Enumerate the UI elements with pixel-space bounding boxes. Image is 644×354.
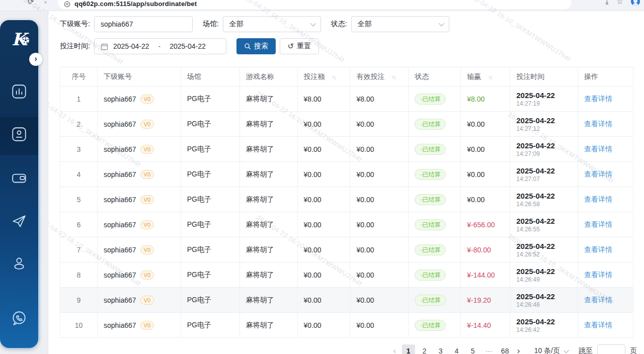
view-detail-link[interactable]: 查看详情 [584, 120, 612, 129]
sidebar-expand-button[interactable]: › [29, 53, 42, 66]
address-bar[interactable]: qq602p.com:5115/app/subordinate/bet [58, 0, 571, 9]
cell-valid-bet: ¥0.00 [350, 187, 409, 212]
vip-level-badge: V0 [140, 195, 154, 204]
bookmark-star-icon[interactable]: ☆ [616, 0, 623, 6]
win-loss-value: ¥0.00 [467, 196, 485, 204]
status-badge: ·已结算 [415, 169, 446, 180]
cell-status: ·已结算 [409, 212, 461, 237]
view-detail-link[interactable]: 查看详情 [584, 170, 612, 179]
reload-icon[interactable]: ⟳ [28, 0, 34, 6]
cell-bet-time: 2025-04-22 14:26:58 [510, 187, 578, 212]
account-name: sophia667 [104, 170, 136, 179]
page-ellipsis[interactable]: ⋯ [482, 344, 496, 354]
cell-status: ·已结算 [409, 313, 461, 337]
reset-button-label: 重置 [297, 42, 311, 51]
view-detail-link[interactable]: 查看详情 [584, 145, 612, 154]
page-number[interactable]: 3 [434, 344, 447, 354]
cell-valid-bet: ¥0.00 [350, 212, 409, 237]
win-loss-value: ¥8.00 [467, 95, 485, 103]
column-header: 游戏名称 [240, 67, 298, 86]
cell-index: 9 [60, 288, 98, 312]
search-button[interactable]: 搜索 [236, 38, 276, 54]
sidebar-item-wallet[interactable] [11, 169, 28, 187]
page-size-select[interactable]: 10 条/页 [534, 346, 568, 354]
cell-status: ·已结算 [409, 112, 461, 136]
table-row: 10 sophia667 V0 PG电子 麻将胡了 ¥0.00 ¥0.00 ·已… [60, 313, 633, 338]
sidebar-item-support[interactable] [11, 310, 28, 327]
cell-bet-amount: ¥0.00 [298, 313, 351, 337]
status-select[interactable]: 全部 [351, 16, 449, 32]
win-loss-value: ¥-80.00 [467, 246, 491, 254]
win-loss-value: ¥0.00 [467, 145, 485, 153]
vip-level-badge: V0 [140, 220, 154, 229]
jump-input[interactable] [597, 344, 625, 354]
page-number[interactable]: 68 [499, 344, 512, 354]
cell-status: ·已结算 [409, 288, 461, 312]
page-number[interactable]: 4 [450, 344, 463, 354]
cell-win-loss: ¥-19.20 [461, 288, 510, 312]
cell-bet-amount: ¥0.00 [298, 137, 351, 161]
table-row: 6 sophia667 V0 PG电子 麻将胡了 ¥0.00 ¥0.00 ·已结… [60, 212, 633, 237]
view-detail-link[interactable]: 查看详情 [584, 245, 612, 254]
table-row: 3 sophia667 V0 PG电子 麻将胡了 ¥0.00 ¥0.00 ·已结… [60, 137, 633, 162]
reset-button[interactable]: ↺ 重置 [280, 38, 319, 54]
view-detail-link[interactable]: 查看详情 [584, 95, 612, 104]
sidebar-item-profile[interactable] [11, 255, 28, 272]
column-header[interactable]: 有效投注↑↓ [350, 67, 409, 86]
account-name: sophia667 [104, 196, 136, 204]
table-header: 序号下级账号场馆游戏名称投注额↑↓有效投注↑↓状态输赢↑↓投注时间操作 [60, 67, 633, 86]
column-header: 投注时间 [510, 67, 578, 86]
cell-index: 8 [60, 262, 98, 287]
win-loss-value: ¥-14.40 [467, 321, 491, 329]
cell-account: sophia667 V0 [98, 313, 181, 337]
cell-bet-amount: ¥0.00 [298, 187, 351, 212]
bet-date: 2025-04-22 [516, 317, 555, 326]
vip-level-badge: V0 [140, 95, 154, 104]
venue-select[interactable]: 全部 [223, 16, 321, 32]
cell-status: ·已结算 [409, 86, 461, 111]
view-detail-link[interactable]: 查看详情 [584, 220, 612, 229]
app-logo[interactable]: K [0, 29, 38, 49]
column-header: 操作 [578, 67, 633, 86]
url-text: qq602p.com:5115/app/subordinate/bet [74, 0, 197, 8]
view-detail-link[interactable]: 查看详情 [584, 195, 612, 204]
view-detail-link[interactable]: 查看详情 [584, 296, 612, 305]
sidebar-item-members[interactable] [11, 126, 28, 143]
prev-page-icon[interactable]: ‹ [389, 344, 400, 354]
cell-game: 麻将胡了 [240, 162, 298, 187]
site-info-icon[interactable] [64, 1, 70, 8]
browser-profile-avatar[interactable] [631, 0, 640, 6]
view-detail-link[interactable]: 查看详情 [584, 271, 612, 280]
sort-icon[interactable]: ↑↓ [391, 74, 395, 80]
sidebar-item-promotion[interactable] [11, 213, 28, 230]
status-label: 状态: [331, 20, 347, 29]
browser-bar: ⟳ qq602p.com:5115/app/subordinate/bet ⤓ … [0, 0, 644, 11]
page-number[interactable]: 5 [466, 344, 479, 354]
win-loss-value: ¥0.00 [467, 120, 485, 128]
page-number[interactable]: 1 [402, 344, 415, 354]
date-range-picker[interactable]: 2025-04-22 - 2025-04-22 [94, 38, 226, 54]
page-number[interactable]: 2 [418, 344, 431, 354]
cell-action: 查看详情 [578, 313, 633, 337]
account-input[interactable] [94, 16, 193, 32]
date-end: 2025-04-22 [170, 42, 206, 50]
cell-bet-amount: ¥0.00 [298, 212, 351, 237]
column-header[interactable]: 输赢↑↓ [461, 67, 510, 86]
sort-icon[interactable]: ↑↓ [488, 74, 492, 80]
view-detail-link[interactable]: 查看详情 [584, 321, 612, 330]
column-header[interactable]: 投注额↑↓ [298, 67, 351, 86]
cell-action: 查看详情 [578, 288, 633, 312]
sidebar-item-reports[interactable] [11, 83, 28, 100]
search-icon [244, 43, 251, 50]
next-page-icon[interactable]: › [513, 344, 524, 354]
bet-date: 2025-04-22 [516, 216, 555, 226]
cell-account: sophia667 V0 [98, 112, 181, 136]
account-name: sophia667 [104, 296, 136, 304]
sort-icon[interactable]: ↑↓ [332, 74, 336, 80]
download-icon[interactable]: ⤓ [605, 0, 608, 6]
cell-win-loss: ¥0.00 [461, 137, 510, 161]
cell-game: 麻将胡了 [240, 137, 298, 161]
cell-game: 麻将胡了 [240, 237, 298, 262]
bet-time: 14:26:42 [516, 326, 540, 334]
win-loss-value: ¥-19.20 [467, 296, 491, 304]
